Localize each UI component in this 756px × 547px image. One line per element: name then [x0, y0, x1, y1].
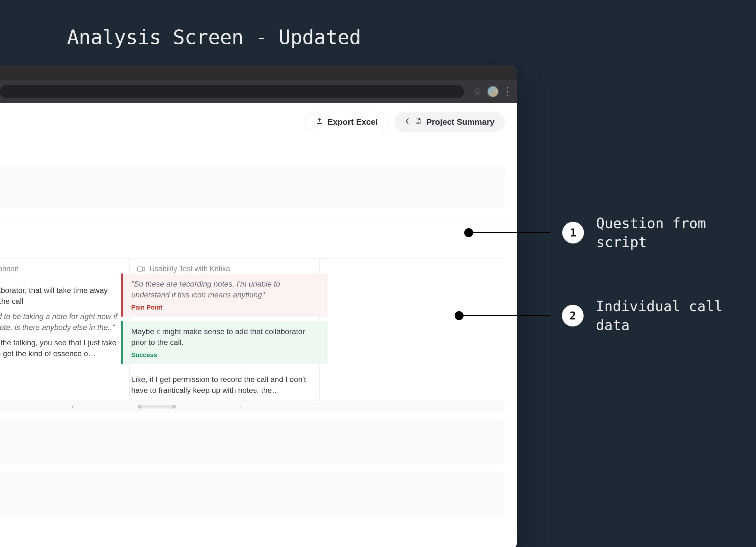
pain-point-quote: "So these are recording notes. I'm unabl…	[131, 278, 319, 300]
snippet-text: Like, if I get permission to record the …	[131, 374, 319, 396]
column-header-shannon[interactable]: Call with Shannon	[0, 259, 130, 279]
pain-point-label: Pain Point	[131, 303, 319, 312]
slide-title: Analysis Screen - Updated	[67, 26, 361, 49]
avatar[interactable]	[487, 86, 499, 97]
cell-shannon[interactable]: If I invite a collaborator, that will ta…	[0, 279, 130, 400]
column-header-empty	[320, 259, 505, 279]
app-header: Export Excel Project Summary	[0, 103, 517, 141]
scroll-left-icon[interactable]: ‹	[72, 403, 74, 410]
export-excel-button[interactable]: Export Excel	[305, 112, 389, 132]
column-header-label: Call with Shannon	[0, 265, 19, 273]
app-window: ☆ Export Excel Project Summary	[0, 65, 517, 547]
annotation-1: 1 Question from script	[469, 214, 756, 252]
pain-point-block[interactable]: "So these are recording notes. I'm unabl…	[121, 274, 328, 316]
section-block	[0, 473, 505, 517]
snippet-quote: "Am I supposed to be taking a note for r…	[0, 311, 121, 333]
snippet: But if I'm doing the talking, you see th…	[0, 337, 121, 359]
column-header-label: Usability Test with Kritika	[149, 265, 230, 273]
browser-urlbar: ☆	[0, 80, 517, 103]
document-icon	[414, 117, 422, 127]
success-quote: Maybe it might make sense to add that co…	[131, 326, 319, 348]
annotation-text: Question from script	[596, 214, 756, 252]
project-summary-label: Project Summary	[426, 117, 495, 127]
upload-icon	[315, 117, 323, 127]
browser-tabstrip	[0, 65, 517, 80]
kebab-menu-icon[interactable]	[504, 87, 510, 96]
chevron-left-icon	[405, 117, 410, 127]
svg-rect-1	[138, 267, 142, 271]
cell-kritika[interactable]: "So these are recording notes. I'm unabl…	[130, 279, 320, 400]
snippet: Like, if I get permission to record the …	[121, 368, 328, 400]
annotation-text: Individual call data	[596, 297, 756, 335]
star-icon[interactable]: ☆	[473, 87, 481, 97]
success-label: Success	[131, 350, 319, 359]
script-question-block	[0, 166, 505, 207]
url-pill[interactable]	[0, 85, 464, 98]
annotation-leader-line	[469, 232, 550, 233]
scroll-right-icon[interactable]: ›	[240, 403, 242, 410]
annotation-number: 1	[562, 222, 584, 244]
snippet: If I invite a collaborator, that will ta…	[0, 285, 121, 307]
success-block[interactable]: Maybe it might make sense to add that co…	[121, 321, 328, 364]
scroll-thumb[interactable]	[138, 405, 176, 408]
annotation-number: 2	[562, 305, 584, 326]
call-data-card: chit Call with Shannon Usability Test wi…	[0, 220, 505, 412]
annotation-leader-line	[459, 315, 550, 316]
video-icon	[137, 266, 145, 273]
annotation-2: 2 Individual call data	[459, 297, 756, 335]
export-excel-label: Export Excel	[328, 117, 378, 127]
section-block	[0, 420, 505, 464]
project-summary-button[interactable]: Project Summary	[395, 112, 505, 132]
horizontal-scrollbar[interactable]: ‹ ›	[0, 400, 505, 412]
